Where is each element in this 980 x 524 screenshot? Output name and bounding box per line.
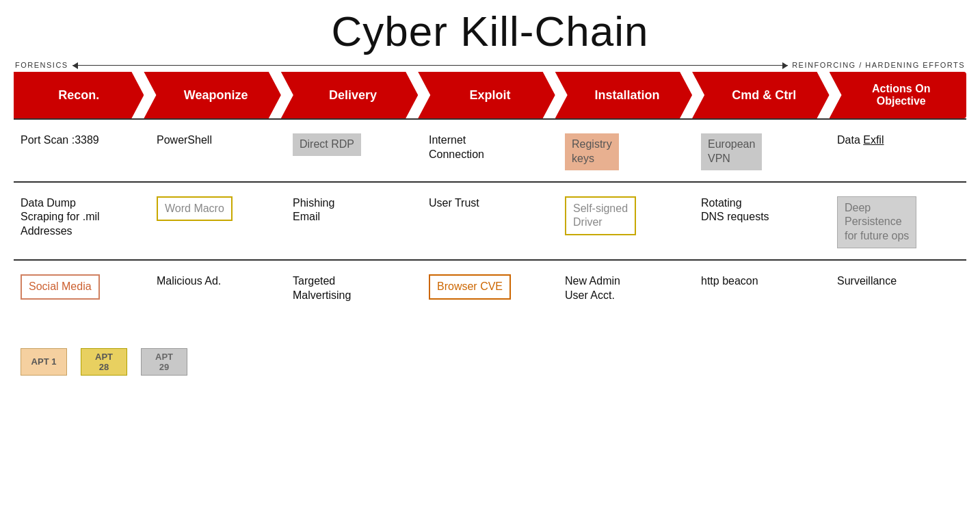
row3-delivery: TargetedMalvertising (286, 270, 422, 307)
row2-cmd: RotatingDNS requests (694, 192, 830, 252)
social-media-box: Social Media (21, 274, 100, 300)
row3-exploit: Browser CVE (422, 270, 558, 307)
row3-cmd: http beacon (694, 270, 830, 307)
row1-weaponize: PowerShell (150, 129, 286, 174)
row2: Data DumpScraping for .milAddresses Word… (14, 192, 966, 252)
forensics-label: FORENSICS (15, 61, 68, 69)
row2-install: Self-signedDriver (558, 192, 694, 252)
kc-cmd-ctrl: Cmd & Ctrl (692, 72, 829, 118)
row2-exploit: User Trust (422, 192, 558, 252)
browser-cve-box: Browser CVE (429, 274, 511, 300)
hardening-label: REINFORCING / HARDENING EFFORTS (792, 61, 965, 69)
legend-apt28: APT28 (81, 348, 127, 376)
registry-keys-box: Registrykeys (565, 133, 619, 170)
page-title: Cyber Kill-Chain (14, 7, 966, 55)
row1-recon: Port Scan :3389 (14, 129, 150, 174)
row3-install: New AdminUser Acct. (558, 270, 694, 307)
kc-recon: Recon. (14, 72, 144, 118)
row1-delivery: Direct RDP (286, 129, 422, 174)
word-macro-box: Word Macro (157, 196, 233, 222)
kc-delivery: Delivery (281, 72, 418, 118)
row1-actions: Data Exfil (830, 129, 966, 174)
row3-actions: Surveillance (830, 270, 966, 307)
row3-weaponize: Malicious Ad. (150, 270, 286, 307)
legend-apt29: APT29 (141, 348, 187, 376)
direct-rdp-box: Direct RDP (293, 133, 361, 156)
deep-persistence-box: DeepPersistencefor future ops (837, 196, 916, 248)
killchain-row: Recon. Weaponize Delivery Exploit Instal… (14, 72, 966, 118)
row1: Port Scan :3389 PowerShell Direct RDP In… (14, 129, 966, 174)
european-vpn-box: EuropeanVPN (701, 133, 762, 170)
legend-row: APT 1 APT28 APT29 (14, 348, 966, 376)
row2-recon: Data DumpScraping for .milAddresses (14, 192, 150, 252)
kc-installation: Installation (555, 72, 692, 118)
row3: Social Media Malicious Ad. TargetedMalve… (14, 270, 966, 307)
meta-arrow (72, 65, 788, 66)
row2-actions: DeepPersistencefor future ops (830, 192, 966, 252)
row2-weaponize: Word Macro (150, 192, 286, 252)
row3-recon: Social Media (14, 270, 150, 307)
meta-row: FORENSICS REINFORCING / HARDENING EFFORT… (14, 61, 966, 69)
row1-cmd: EuropeanVPN (694, 129, 830, 174)
self-signed-driver-box: Self-signedDriver (565, 196, 636, 236)
legend-apt1: APT 1 (21, 348, 67, 376)
kc-weaponize: Weaponize (144, 72, 280, 118)
row1-section: Port Scan :3389 PowerShell Direct RDP In… (14, 118, 966, 181)
row3-section: Social Media Malicious Ad. TargetedMalve… (14, 259, 966, 314)
kc-actions: Actions OnObjective (830, 72, 966, 118)
row1-exploit: InternetConnection (422, 129, 558, 174)
row2-delivery: PhishingEmail (286, 192, 422, 252)
kc-exploit: Exploit (418, 72, 555, 118)
row1-install: Registrykeys (558, 129, 694, 174)
row2-section: Data DumpScraping for .milAddresses Word… (14, 181, 966, 259)
